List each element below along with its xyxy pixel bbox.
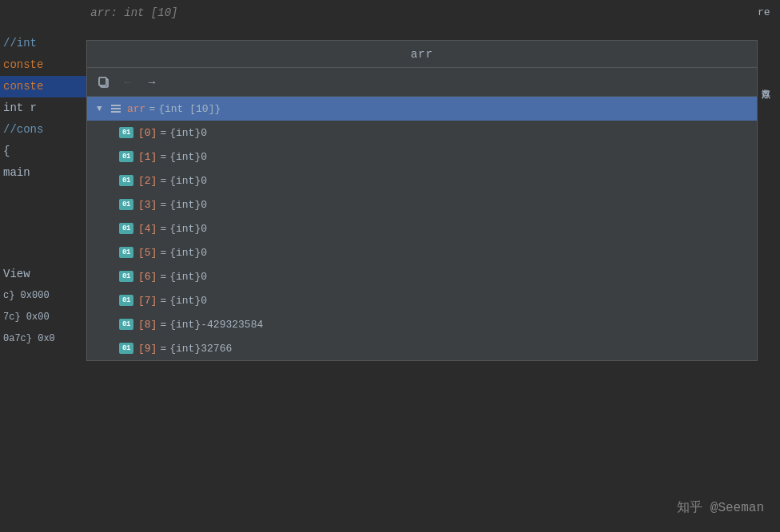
- array-index-6: [6]: [138, 271, 157, 283]
- type-badge-0: 01: [119, 127, 133, 138]
- array-item-7[interactable]: 01 [7] = {int} 0: [87, 288, 757, 312]
- array-value-0: 0: [201, 127, 207, 139]
- array-index-1: [1]: [138, 151, 157, 163]
- tooltip-toolbar: ← →: [87, 68, 757, 97]
- array-item-6[interactable]: 01 [6] = {int} 0: [87, 264, 757, 288]
- array-index-3: [3]: [138, 199, 157, 211]
- type-badge-9: 01: [119, 343, 133, 354]
- array-equals-3: =: [160, 199, 166, 211]
- back-arrow: ←: [125, 76, 131, 89]
- array-item-5[interactable]: 01 [5] = {int} 0: [87, 240, 757, 264]
- root-var-value: {int [10]}: [158, 103, 221, 115]
- type-badge-5: 01: [119, 247, 133, 258]
- list-type-icon: [109, 103, 122, 114]
- code-line-6: {: [0, 141, 86, 162]
- code-line-addr3: 0a7c} 0x0: [0, 328, 86, 350]
- array-item-8[interactable]: 01 [8] = {int} -429323584: [87, 312, 757, 336]
- code-line-view: View: [0, 264, 86, 285]
- array-item-9[interactable]: 01 [9] = {int} 32766: [87, 336, 757, 360]
- root-var-name: arr: [127, 103, 145, 115]
- variable-tooltip: arr ← → ▼ arr: [86, 40, 758, 361]
- array-type-3: {int}: [169, 199, 201, 211]
- tooltip-title: arr: [411, 48, 433, 61]
- array-index-4: [4]: [138, 223, 157, 235]
- array-type-0: {int}: [169, 127, 201, 139]
- array-value-8: -429323584: [201, 319, 263, 331]
- watermark: 知乎 @Seeman: [677, 499, 764, 516]
- array-type-6: {int}: [169, 271, 201, 283]
- forward-button[interactable]: →: [143, 73, 161, 91]
- code-line-3: conste: [0, 76, 86, 97]
- type-badge-4: 01: [119, 223, 133, 234]
- array-value-4: 0: [201, 223, 207, 235]
- array-equals-4: =: [160, 223, 166, 235]
- array-type-4: {int}: [169, 223, 201, 235]
- code-line-4: int r: [0, 97, 86, 119]
- array-item-2[interactable]: 01 [2] = {int} 0: [87, 169, 757, 193]
- array-items-container: 01 [0] = {int} 0 01 [1] = {int} 0 01 [2]…: [87, 121, 757, 360]
- array-equals-7: =: [160, 295, 166, 307]
- array-item-0[interactable]: 01 [0] = {int} 0: [87, 121, 757, 145]
- array-value-6: 0: [201, 271, 207, 283]
- array-item-3[interactable]: 01 [3] = {int} 0: [87, 193, 757, 216]
- array-value-9: 32766: [201, 343, 232, 355]
- type-badge-8: 01: [119, 319, 133, 330]
- root-variable-item[interactable]: ▼ arr = {int [10]}: [87, 97, 757, 121]
- array-index-2: [2]: [138, 175, 157, 187]
- array-type-5: {int}: [169, 247, 201, 259]
- left-code-panel: //int conste conste int r //cons { main …: [0, 0, 86, 532]
- list-icon-bars: [111, 105, 121, 113]
- array-index-0: [0]: [138, 127, 157, 139]
- type-badge-1: 01: [119, 151, 133, 162]
- watermark-text: 知乎 @Seeman: [677, 501, 764, 515]
- type-badge-3: 01: [119, 199, 133, 210]
- code-line-5: //cons: [0, 119, 86, 141]
- array-value-7: 0: [201, 295, 207, 307]
- array-type-7: {int}: [169, 295, 201, 307]
- array-equals-8: =: [160, 319, 166, 331]
- code-line-addr1: c} 0x000: [0, 285, 86, 307]
- code-line-addr2: 7c} 0x00: [0, 307, 86, 328]
- array-index-8: [8]: [138, 319, 157, 331]
- array-index-9: [9]: [138, 343, 157, 355]
- array-equals-1: =: [160, 151, 166, 163]
- array-type-2: {int}: [169, 175, 201, 187]
- root-var-equals: =: [149, 103, 155, 115]
- type-annotation: arr: int [10]: [90, 6, 177, 19]
- type-badge-6: 01: [119, 271, 133, 282]
- array-equals-6: =: [160, 271, 166, 283]
- variable-list: ▼ arr = {int [10]} 01 [0] = {int} 0 01 […: [87, 97, 757, 360]
- copy-icon-button[interactable]: [95, 73, 113, 91]
- right-edge-text: re: [756, 0, 780, 18]
- array-value-3: 0: [201, 199, 207, 211]
- type-badge-2: 01: [119, 175, 133, 186]
- array-index-7: [7]: [138, 295, 157, 307]
- array-item-4[interactable]: 01 [4] = {int} 0: [87, 216, 757, 240]
- array-equals-9: =: [160, 343, 166, 355]
- array-type-9: {int}: [169, 343, 201, 355]
- code-line-7: main: [0, 162, 86, 184]
- array-value-2: 0: [201, 175, 207, 187]
- expand-arrow-icon: ▼: [97, 104, 106, 113]
- array-index-5: [5]: [138, 247, 157, 259]
- array-equals-0: =: [160, 127, 166, 139]
- type-badge-7: 01: [119, 295, 133, 306]
- array-value-5: 0: [201, 247, 207, 259]
- array-equals-2: =: [160, 175, 166, 187]
- back-button[interactable]: ←: [119, 73, 137, 91]
- code-line-2: conste: [0, 54, 86, 76]
- tooltip-header: arr: [87, 41, 757, 68]
- code-line-1: //int: [0, 33, 86, 54]
- array-type-1: {int}: [169, 151, 201, 163]
- svg-rect-1: [99, 77, 106, 85]
- right-edge-panel: re 浮点数: [756, 0, 780, 532]
- array-type-8: {int}: [169, 319, 201, 331]
- forward-arrow: →: [149, 76, 155, 89]
- array-equals-5: =: [160, 247, 166, 259]
- array-item-1[interactable]: 01 [1] = {int} 0: [87, 145, 757, 169]
- array-value-1: 0: [201, 151, 207, 163]
